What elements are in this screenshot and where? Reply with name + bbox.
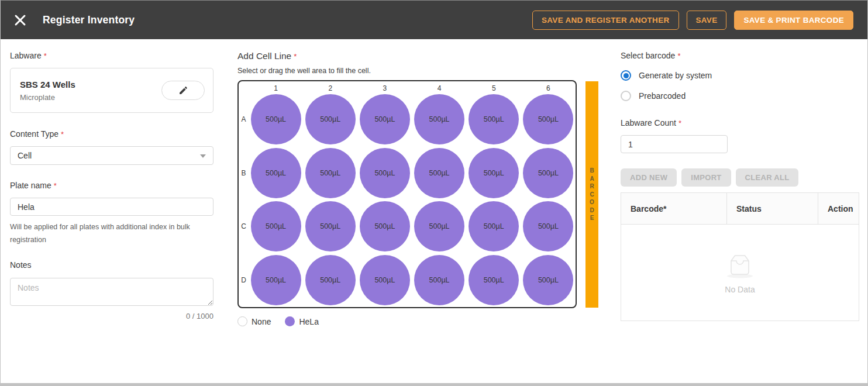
well-cell-b1: 500µL: [249, 146, 303, 200]
well-c4[interactable]: 500µL: [414, 201, 464, 251]
well-d2[interactable]: 500µL: [305, 255, 356, 305]
plate-name-label-text: Plate name: [10, 181, 51, 190]
radio-selected-icon: [621, 70, 631, 81]
well-a3[interactable]: 500µL: [360, 94, 410, 144]
well-b3[interactable]: 500µL: [360, 148, 410, 198]
plate-column-label-4: 4: [412, 81, 466, 92]
labware-count-label: Labware Count*: [621, 118, 859, 127]
select-barcode-label: Select barcode*: [621, 51, 859, 60]
well-d6[interactable]: 500µL: [523, 255, 573, 305]
labware-card: SBS 24 Wells Microplate: [10, 68, 213, 113]
legend-hela-label: HeLa: [299, 317, 318, 326]
add-new-button[interactable]: ADD NEW: [621, 168, 677, 187]
well-c3[interactable]: 500µL: [360, 201, 410, 251]
well-a1[interactable]: 500µL: [251, 94, 301, 144]
required-asterisk: *: [54, 181, 57, 190]
well-a2[interactable]: 500µL: [305, 94, 356, 144]
barcode-table-empty-state: No Data: [621, 225, 859, 320]
well-cell-b3: 500µL: [357, 146, 412, 200]
well-cell-c6: 500µL: [521, 200, 576, 254]
radio-generate-by-system[interactable]: Generate by system: [621, 70, 859, 81]
radio-prebarcoded[interactable]: Prebarcoded: [621, 91, 859, 101]
barcode-actions: ADD NEW IMPORT CLEAR ALL: [621, 168, 859, 187]
well-cell-d6: 500µL: [521, 253, 576, 307]
well-d1[interactable]: 500µL: [251, 255, 301, 305]
empty-inbox-icon: [722, 251, 757, 279]
legend-item-hela[interactable]: HeLa: [285, 316, 318, 326]
barcode-strip-letter: O: [590, 198, 594, 206]
well-c2[interactable]: 500µL: [305, 201, 356, 251]
radio-unselected-icon: [621, 91, 631, 101]
well-b6[interactable]: 500µL: [523, 148, 573, 198]
column-header-action: Action: [818, 193, 860, 224]
well-c5[interactable]: 500µL: [469, 201, 519, 251]
save-and-print-barcode-button[interactable]: SAVE & PRINT BARCODE: [734, 11, 853, 30]
import-button[interactable]: IMPORT: [681, 168, 731, 187]
required-asterisk: *: [678, 119, 681, 127]
well-b4[interactable]: 500µL: [414, 148, 464, 198]
well-b5[interactable]: 500µL: [469, 148, 519, 198]
well-a5[interactable]: 500µL: [469, 94, 519, 144]
well-c1[interactable]: 500µL: [251, 201, 301, 251]
well-cell-d5: 500µL: [467, 253, 521, 307]
legend-none-label: None: [252, 317, 271, 326]
well-cell-a4: 500µL: [412, 92, 466, 146]
no-data-label: No Data: [725, 285, 755, 294]
well-legend: None HeLa: [237, 316, 612, 326]
plate-column-label-3: 3: [357, 81, 412, 92]
well-cell-c2: 500µL: [303, 200, 357, 254]
well-cell-b5: 500µL: [467, 146, 521, 200]
barcode-panel: Select barcode* Generate by system Preba…: [621, 51, 859, 321]
radio-generate-label: Generate by system: [639, 71, 712, 80]
notes-label: Notes: [10, 260, 213, 270]
none-swatch-icon: [237, 316, 247, 326]
content-type-select[interactable]: Cell: [10, 146, 213, 165]
plate-column-label-6: 6: [521, 81, 576, 92]
clear-all-button[interactable]: CLEAR ALL: [736, 168, 799, 187]
notes-textarea[interactable]: [10, 278, 213, 306]
plate-name-input[interactable]: [10, 198, 213, 216]
add-cell-line-title-text: Add Cell Line: [237, 51, 291, 61]
content-type-label-text: Content Type: [10, 129, 58, 139]
well-d3[interactable]: 500µL: [360, 255, 410, 305]
header-actions: SAVE AND REGISTER ANOTHER SAVE SAVE & PR…: [532, 11, 853, 30]
well-b1[interactable]: 500µL: [251, 148, 301, 198]
well-cell-c5: 500µL: [467, 200, 521, 254]
save-and-register-another-button[interactable]: SAVE AND REGISTER ANOTHER: [532, 11, 679, 30]
barcode-table-header: Barcode* Status Action: [621, 193, 859, 225]
content-type-value: Cell: [18, 151, 32, 160]
barcode-strip-letter: A: [590, 175, 594, 183]
save-button[interactable]: SAVE: [687, 11, 727, 30]
legend-item-none[interactable]: None: [237, 316, 271, 326]
labware-count-label-text: Labware Count: [621, 118, 676, 127]
well-a4[interactable]: 500µL: [414, 94, 464, 144]
well-cell-a1: 500µL: [249, 92, 303, 146]
hela-swatch-icon: [285, 316, 295, 326]
column-header-status: Status: [726, 193, 818, 224]
well-cell-c1: 500µL: [249, 200, 303, 254]
labware-label: Labware*: [10, 51, 213, 60]
well-cell-a5: 500µL: [467, 92, 521, 146]
labware-label-text: Labware: [10, 51, 42, 60]
well-c6[interactable]: 500µL: [523, 201, 573, 251]
edit-labware-button[interactable]: [161, 81, 205, 100]
plate-name-label: Plate name*: [10, 181, 213, 190]
plate-column-label-2: 2: [303, 81, 357, 92]
barcode-table: Barcode* Status Action No Data: [621, 192, 859, 321]
barcode-strip-letter: C: [590, 191, 594, 199]
labware-count-input[interactable]: [621, 135, 728, 153]
well-a6[interactable]: 500µL: [523, 94, 573, 144]
header-bar: Register Inventory SAVE AND REGISTER ANO…: [1, 1, 867, 39]
plate-corner: [239, 81, 249, 92]
cell-line-panel: Add Cell Line* Select or drag the well a…: [237, 51, 612, 326]
well-cell-b2: 500µL: [303, 146, 357, 200]
well-b2[interactable]: 500µL: [305, 148, 356, 198]
barcode-strip-letter: R: [590, 182, 594, 191]
well-cell-d2: 500µL: [303, 253, 357, 307]
close-icon[interactable]: [10, 10, 30, 30]
well-d5[interactable]: 500µL: [469, 255, 519, 305]
labware-card-texts: SBS 24 Wells Microplate: [20, 80, 75, 102]
well-cell-d3: 500µL: [357, 253, 412, 307]
plate-row-label-b: B: [239, 146, 249, 200]
well-d4[interactable]: 500µL: [414, 255, 464, 305]
